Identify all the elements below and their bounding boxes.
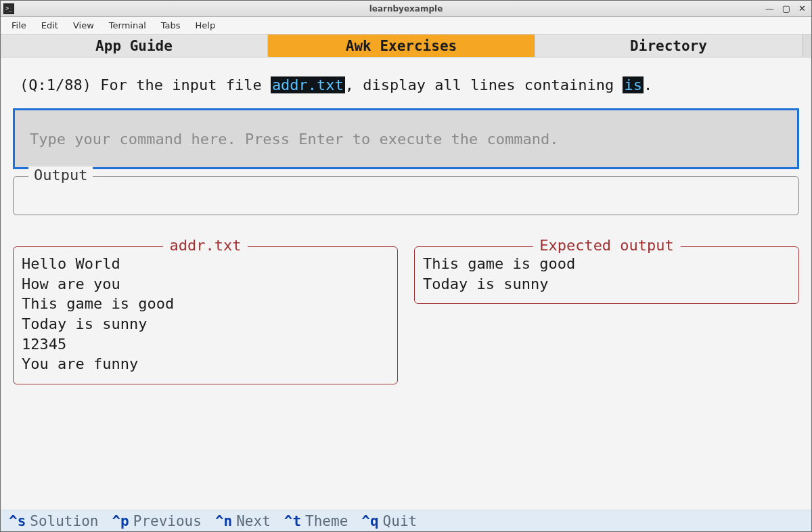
minimize-button[interactable]: — [765, 4, 774, 13]
menu-view[interactable]: View [66, 18, 101, 32]
output-panel: Output [13, 176, 799, 215]
shortcut-previous[interactable]: ^p Previous [112, 513, 201, 529]
terminal-app-icon: >_ [3, 3, 14, 14]
close-button[interactable]: ✕ [798, 4, 806, 13]
content-area: (Q:1/88) For the input file addr.txt, di… [1, 58, 811, 510]
window-controls: — ▢ ✕ [765, 4, 811, 13]
output-legend: Output [28, 167, 93, 183]
tab-directory[interactable]: Directory [535, 35, 802, 57]
shortcut-previous-label: Previous [133, 513, 202, 529]
shortcut-next-key: ^n [215, 513, 232, 529]
menu-tabs[interactable]: Tabs [154, 18, 187, 32]
terminal-app-icon-glyph: >_ [5, 5, 12, 12]
command-input-wrap[interactable] [13, 108, 799, 169]
menu-terminal[interactable]: Terminal [102, 18, 153, 32]
shortcut-quit-key: ^q [361, 513, 378, 529]
input-file-text: Hello World How are you This game is goo… [22, 254, 389, 374]
maximize-button[interactable]: ▢ [782, 4, 790, 13]
menu-file[interactable]: File [5, 18, 33, 32]
command-input[interactable] [30, 131, 782, 148]
titlebar: >_ learnbyexample — ▢ ✕ [1, 1, 811, 17]
question-counter: (Q:1/88) [20, 76, 91, 93]
input-file-panel: addr.txt Hello World How are you This ga… [13, 246, 398, 384]
shortcut-theme-label: Theme [305, 513, 348, 529]
app-body: App Guide Awk Exercises Directory (Q:1/8… [1, 35, 811, 531]
question-text: (Q:1/88) For the input file addr.txt, di… [12, 70, 800, 108]
tab-app-guide[interactable]: App Guide [1, 35, 268, 57]
shortcut-next-label: Next [236, 513, 271, 529]
question-post: . [644, 76, 652, 93]
question-mid: , display all lines containing [345, 76, 623, 93]
window-title: learnbyexample [1, 4, 811, 14]
shortcut-next[interactable]: ^n Next [215, 513, 271, 529]
expected-output-panel: Expected output This game is good Today … [414, 246, 799, 304]
tabs-row-inner: App Guide Awk Exercises Directory [1, 35, 802, 57]
expected-output-text: This game is good Today is sunny [423, 254, 790, 294]
shortcut-solution-label: Solution [30, 513, 98, 529]
shortcut-theme[interactable]: ^t Theme [284, 513, 348, 529]
shortcut-theme-key: ^t [284, 513, 301, 529]
panels-row: addr.txt Hello World How are you This ga… [13, 246, 799, 384]
shortcut-solution[interactable]: ^s Solution [9, 513, 98, 529]
shortcut-quit[interactable]: ^q Quit [361, 513, 417, 529]
expected-output-legend: Expected output [533, 237, 681, 254]
question-code-filename: addr.txt [271, 76, 345, 93]
window-root: >_ learnbyexample — ▢ ✕ File Edit View T… [0, 0, 812, 532]
footer-bar: ^s Solution ^p Previous ^n Next ^t Theme… [1, 510, 811, 531]
menu-help[interactable]: Help [189, 18, 223, 32]
shortcut-quit-label: Quit [383, 513, 418, 529]
shortcut-previous-key: ^p [112, 513, 129, 529]
input-file-legend: addr.txt [163, 237, 248, 254]
tabs-row: App Guide Awk Exercises Directory [1, 35, 811, 58]
menubar: File Edit View Terminal Tabs Help [1, 17, 811, 35]
menu-edit[interactable]: Edit [35, 18, 65, 32]
shortcut-solution-key: ^s [9, 513, 26, 529]
question-code-pattern: is [623, 76, 644, 93]
tab-awk-exercises[interactable]: Awk Exercises [268, 35, 535, 57]
question-pre: For the input file [91, 76, 271, 93]
scrollbar-gutter[interactable] [802, 35, 811, 57]
